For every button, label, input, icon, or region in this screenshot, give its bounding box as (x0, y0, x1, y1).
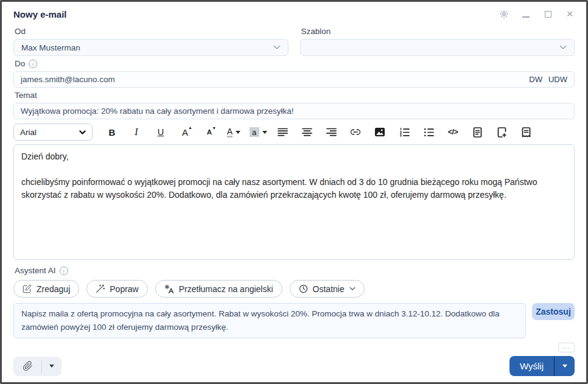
ai-assistant-label: Asystent AI i (15, 266, 575, 275)
document-button[interactable] (465, 123, 489, 141)
info-icon[interactable]: i (60, 267, 68, 275)
caret-down-icon (236, 131, 240, 134)
apply-button[interactable]: Zastosuj (532, 303, 575, 320)
minimize-button[interactable] (521, 9, 531, 19)
dialog-title: Nowy e-mail (13, 9, 67, 19)
unordered-list-icon (424, 128, 434, 137)
ai-compose-button[interactable]: Zredaguj (13, 280, 79, 298)
font-size-increase-button[interactable]: A▲ (173, 123, 197, 141)
subject-input[interactable]: Wyjątkowa promocja: 20% rabatu na cały a… (13, 103, 575, 119)
align-left-button[interactable] (270, 123, 295, 141)
ai-recent-button[interactable]: Ostatnie (290, 280, 365, 298)
send-split-button: Wyślij (509, 356, 575, 376)
align-right-button[interactable] (319, 123, 343, 141)
caret-down-icon: ▼ (212, 126, 216, 130)
new-email-dialog: Nowy e-mail × Od Max Musterman Szablon (0, 0, 588, 384)
insert-image-button[interactable] (368, 123, 392, 141)
clock-icon (299, 284, 308, 293)
body-blank-line (21, 163, 567, 176)
paperclip-icon (23, 361, 33, 371)
align-center-button[interactable] (295, 123, 319, 141)
document-torn-icon (522, 127, 531, 138)
from-value: Max Musterman (21, 43, 80, 52)
ordered-list-button[interactable] (392, 123, 416, 141)
ai-translate-button[interactable]: Przetłumacz na angielski (155, 280, 282, 298)
edit-icon (23, 284, 32, 293)
titlebar: Nowy e-mail × (13, 7, 575, 21)
document-icon (473, 127, 482, 138)
close-icon: × (566, 10, 573, 18)
chevron-down-icon (559, 45, 567, 50)
subject-label: Temat (15, 91, 575, 100)
settings-button[interactable] (499, 9, 509, 19)
from-label: Od (15, 27, 289, 36)
template-select[interactable] (300, 39, 575, 56)
caret-up-icon: ▲ (188, 125, 192, 130)
send-button[interactable]: Wyślij (509, 356, 554, 376)
highlight-color-button[interactable]: a (246, 123, 270, 141)
from-template-row: Od Max Musterman Szablon (13, 24, 575, 56)
cc-bcc-links: DW UDW (529, 75, 567, 84)
body-greeting: Dzień dobry, (21, 150, 567, 163)
align-right-icon (326, 128, 337, 136)
chevron-down-icon (349, 287, 355, 291)
maximize-button[interactable] (543, 9, 553, 19)
bcc-link[interactable]: UDW (548, 75, 567, 84)
image-icon (374, 127, 385, 137)
translate-icon (164, 284, 174, 294)
to-label: Do i (15, 59, 575, 68)
info-icon[interactable]: i (29, 60, 37, 68)
minimize-icon (522, 16, 530, 18)
font-size-decrease-button[interactable]: A▼ (197, 123, 222, 141)
body-paragraph: chcielibyśmy poinformować o wyjątkowej p… (21, 176, 567, 201)
document-add-icon (497, 127, 506, 138)
gear-icon (499, 9, 509, 19)
more-options-button[interactable]: ... (558, 343, 575, 352)
source-code-button[interactable]: </> (441, 123, 465, 141)
link-icon (350, 127, 361, 138)
ai-action-buttons: Zredaguj Popraw Przetłumacz na angielski… (13, 280, 575, 298)
template-label: Szablon (301, 27, 575, 36)
chevron-down-icon (273, 45, 281, 50)
chevron-down-icon (79, 130, 86, 134)
ai-prompt-input[interactable]: Napisz maila z ofertą promocyjna na cały… (13, 303, 526, 338)
more-row: ... (13, 343, 575, 352)
from-select[interactable]: Max Musterman (13, 39, 289, 56)
italic-button[interactable]: I (124, 123, 149, 141)
footer-bar: Wyślij (13, 356, 575, 376)
email-body-editor[interactable]: Dzień dobry, chcielibyśmy poinformować o… (13, 144, 575, 260)
window-controls: × (499, 9, 575, 19)
caret-down-icon (49, 365, 54, 368)
font-family-select[interactable]: Arial (13, 124, 93, 141)
document-add-button[interactable] (489, 123, 514, 141)
wand-icon (96, 284, 105, 293)
underline-button[interactable]: U (149, 123, 173, 141)
ai-prompt-row: Napisz maila z ofertą promocyjna na cały… (13, 303, 575, 338)
bold-button[interactable]: B (100, 123, 124, 141)
subject-value: Wyjątkowa promocja: 20% rabatu na cały a… (21, 106, 294, 116)
insert-link-button[interactable] (343, 123, 368, 141)
close-button[interactable]: × (565, 9, 575, 19)
attach-options-button[interactable] (42, 357, 61, 376)
to-input[interactable]: james.smith@lacuno.com DW UDW (13, 71, 575, 88)
cc-link[interactable]: DW (529, 75, 542, 84)
formatting-toolbar: Arial B I U A▲ A▼ A a (13, 121, 575, 143)
font-family-value: Arial (20, 128, 37, 137)
unordered-list-button[interactable] (416, 123, 441, 141)
align-left-icon (278, 128, 288, 136)
ai-improve-button[interactable]: Popraw (86, 280, 147, 298)
attachment-split-button (13, 357, 61, 376)
caret-down-icon (262, 131, 267, 134)
align-center-icon (302, 128, 312, 136)
maximize-icon (545, 11, 551, 18)
document-template-button[interactable] (514, 123, 538, 141)
send-options-button[interactable] (555, 356, 575, 376)
attach-file-button[interactable] (13, 357, 41, 376)
font-color-button[interactable]: A (222, 123, 246, 141)
ordered-list-icon (399, 128, 410, 137)
caret-down-icon (562, 365, 567, 368)
to-value: james.smith@lacuno.com (21, 75, 115, 84)
